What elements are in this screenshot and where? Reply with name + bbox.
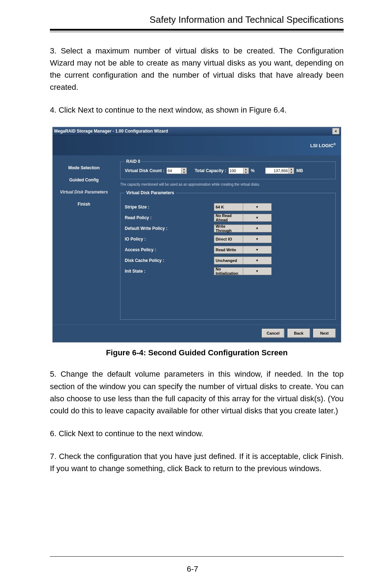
param-row-read-policy: Read Policy : No Read Ahead ▼ [125, 214, 331, 222]
param-label: Read Policy : [125, 215, 214, 220]
chevron-down-icon: ▼ [243, 257, 272, 264]
param-row-default-write-policy: Default Write Policy : Write Through ▼ [125, 225, 331, 232]
select-value: No Read Ahead [214, 213, 243, 222]
vd-count-stepper[interactable]: ▲▼ [166, 167, 187, 174]
param-label: Access Policy : [125, 247, 214, 252]
param-label: Init State : [125, 269, 214, 274]
vdp-legend: Virtual Disk Parameters [125, 190, 176, 195]
paragraph-5: 5. Change the default volume parameters … [50, 368, 344, 417]
cancel-button[interactable]: Cancel [262, 329, 284, 338]
chevron-down-icon: ▼ [243, 236, 272, 243]
spinner-icon[interactable]: ▲▼ [181, 167, 187, 174]
footer-rule [50, 556, 344, 557]
disk-cache-policy-select[interactable]: Unchanged ▼ [214, 257, 272, 264]
param-row-stripe-size: Stripe Size : 64 K ▼ [125, 203, 331, 211]
select-value: Write Through [214, 224, 243, 233]
chevron-down-icon: ▼ [243, 268, 272, 275]
select-value: Unchanged [214, 258, 243, 263]
total-capacity-label: Total Capacity : [195, 168, 226, 173]
wizard-window: MegaRAID Storage Manager - 1.00 Configur… [52, 127, 341, 342]
raid-legend: RAID 0 [125, 159, 142, 164]
chevron-down-icon: ▼ [243, 225, 272, 232]
spinner-icon[interactable]: ▲▼ [289, 167, 294, 174]
sidebar-item-mode-selection[interactable]: Mode Selection [53, 162, 115, 174]
figure-6-4: MegaRAID Storage Manager - 1.00 Configur… [50, 127, 344, 342]
mb-stepper[interactable]: ▲▼ [265, 167, 294, 174]
paragraph-6: 6. Click Next to continue to the next wi… [50, 428, 344, 440]
param-row-disk-cache-policy: Disk Cache Policy : Unchanged ▼ [125, 257, 331, 264]
sidebar-item-finish[interactable]: Finish [53, 198, 115, 210]
paragraph-7: 7. Check the configuration that you have… [50, 450, 344, 475]
param-label: Stripe Size : [125, 205, 214, 210]
figure-caption: Figure 6-4: Second Guided Configuration … [50, 348, 344, 357]
page-number: 6-7 [0, 564, 385, 574]
chevron-down-icon: ▼ [243, 203, 272, 211]
param-label: IO Policy : [125, 237, 214, 242]
select-value: Direct IO [214, 237, 243, 241]
window-title: MegaRAID Storage Manager - 1.00 Configur… [54, 129, 332, 134]
spinner-icon[interactable]: ▲▼ [243, 167, 249, 174]
percent-label: % [251, 168, 255, 173]
brand-logo: LSI LOGIC® [310, 143, 336, 148]
select-value: Read Write [214, 248, 243, 252]
raid-group: RAID 0 Virtual Disk Count : ▲▼ Total Cap… [120, 159, 336, 179]
window-titlebar[interactable]: MegaRAID Storage Manager - 1.00 Configur… [53, 127, 341, 135]
chevron-down-icon: ▼ [243, 246, 272, 253]
access-policy-select[interactable]: Read Write ▼ [214, 246, 272, 254]
param-label: Disk Cache Policy : [125, 258, 214, 263]
param-row-access-policy: Access Policy : Read Write ▼ [125, 246, 331, 254]
mb-unit-label: MB [296, 168, 303, 173]
wizard-sidebar: Mode Selection Guided Config Virtual Dis… [53, 155, 115, 325]
paragraph-3: 3. Select a maximum number of virtual di… [50, 45, 344, 93]
io-policy-select[interactable]: Direct IO ▼ [214, 235, 272, 243]
select-value: 64 K [214, 205, 243, 209]
param-row-io-policy: IO Policy : Direct IO ▼ [125, 235, 331, 243]
total-capacity-input[interactable] [229, 167, 243, 174]
default-write-policy-select[interactable]: Write Through ▼ [214, 225, 272, 232]
sidebar-item-guided-config[interactable]: Guided Config [53, 174, 115, 186]
back-button[interactable]: Back [287, 329, 310, 338]
vd-count-input[interactable] [166, 167, 181, 174]
button-bar: Cancel Back Next [53, 325, 341, 342]
wizard-main: RAID 0 Virtual Disk Count : ▲▼ Total Cap… [115, 155, 341, 325]
header-rule-thin [50, 32, 344, 32]
chevron-down-icon: ▼ [243, 214, 272, 221]
total-capacity-stepper[interactable]: ▲▼ [229, 167, 249, 174]
vd-count-label: Virtual Disk Count : [125, 168, 164, 173]
read-policy-select[interactable]: No Read Ahead ▼ [214, 214, 272, 222]
select-value: No Initialization [214, 267, 243, 275]
capacity-note: The capacity mentioned will be used as a… [120, 182, 336, 187]
vdp-group: Virtual Disk Parameters Stripe Size : 64… [120, 190, 336, 320]
page-header: Safety Information and Technical Specifi… [50, 14, 344, 25]
param-row-init-state: Init State : No Initialization ▼ [125, 267, 331, 275]
paragraph-4: 4. Click Next to continue to the next wi… [50, 104, 344, 116]
brand-banner: LSI LOGIC® [53, 135, 341, 155]
stripe-size-select[interactable]: 64 K ▼ [214, 203, 272, 211]
init-state-select[interactable]: No Initialization ▼ [214, 267, 272, 275]
close-icon[interactable]: × [332, 128, 339, 134]
mb-input[interactable] [265, 167, 289, 174]
sidebar-item-virtual-disk-parameters[interactable]: Virtual Disk Parameters [53, 186, 115, 198]
next-button[interactable]: Next [313, 329, 336, 338]
param-label: Default Write Policy : [125, 226, 214, 231]
